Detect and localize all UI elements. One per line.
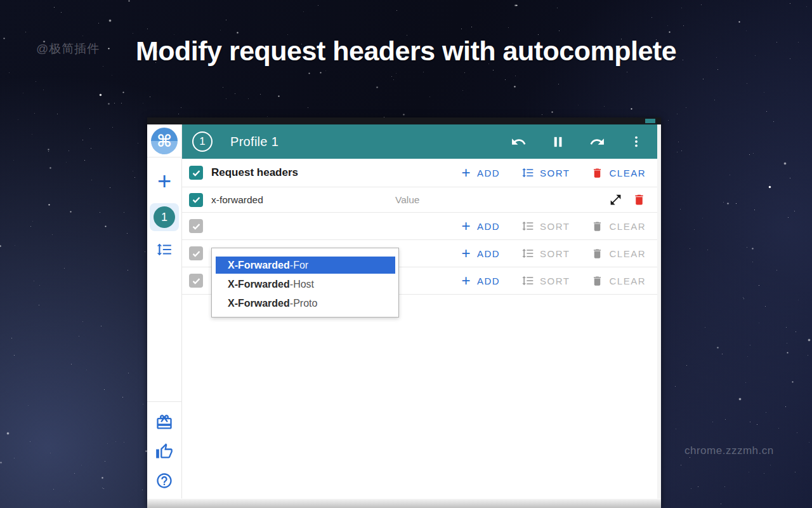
popup-top-notch (645, 119, 655, 123)
sidebar-item-profile-1[interactable]: 1 (150, 203, 179, 231)
trash-icon (591, 275, 603, 287)
header-entry-row (182, 187, 657, 213)
sort-icon (521, 166, 534, 179)
trash-icon (591, 248, 603, 260)
profile-header-bar: 1 Profile 1 (182, 124, 657, 159)
trash-icon (591, 167, 603, 179)
plus-icon: + (461, 167, 471, 178)
sort-button-disabled: SORT (521, 220, 570, 232)
filter-checkbox-1[interactable] (189, 219, 203, 233)
page-title: Modify request headers with autocomplete (0, 36, 812, 67)
request-headers-row: Request headers + ADD SORT (182, 159, 657, 187)
popup-bottom-edge (147, 498, 661, 508)
share-icon[interactable] (589, 134, 605, 150)
delete-entry-icon[interactable] (632, 193, 646, 206)
screenshot-stage: Modify request headers with autocomplete… (0, 0, 812, 508)
add-button[interactable]: + ADD (461, 220, 500, 232)
sort-button[interactable]: SORT (521, 166, 570, 179)
gift-icon[interactable] (155, 413, 173, 431)
popup-top-edge (147, 117, 661, 124)
expand-icon[interactable] (609, 193, 622, 206)
watermark-top-left: @极简插件 (36, 41, 100, 57)
starfield-big (0, 0, 1, 1)
plus-icon: + (461, 248, 471, 259)
sidebar: ⌘ + 1 (147, 124, 182, 498)
sort-profiles-icon[interactable] (156, 241, 173, 258)
profile-name[interactable]: Profile 1 (230, 135, 278, 149)
add-button[interactable]: + ADD (461, 275, 500, 286)
add-profile-button[interactable]: + (157, 170, 171, 192)
clear-button-disabled: CLEAR (591, 275, 646, 287)
modheader-popup: ⌘ + 1 (147, 117, 661, 508)
sort-icon (521, 220, 534, 232)
autocomplete-dropdown: X-Forwarded-For X-Forwarded-Host X-Forwa… (211, 248, 399, 318)
header-value-input[interactable] (395, 194, 573, 206)
plus-icon: + (461, 275, 471, 286)
section-title: Request headers (211, 166, 298, 179)
filter-row-1: + ADD SORT CLEAR (182, 213, 657, 240)
sort-button-disabled: SORT (521, 274, 570, 287)
clear-button-disabled: CLEAR (591, 220, 646, 232)
undo-icon[interactable] (511, 134, 527, 150)
profile-1-badge[interactable]: 1 (154, 206, 175, 228)
watermark-bottom-right: chrome.zzzmh.cn (684, 444, 774, 457)
clear-button-disabled: CLEAR (591, 248, 646, 260)
content-area: 1 Profile 1 (182, 124, 661, 498)
profile-number-badge: 1 (192, 131, 213, 152)
dropdown-option-x-forwarded-for[interactable]: X-Forwarded-For (216, 257, 395, 274)
help-icon[interactable] (155, 472, 173, 490)
add-button[interactable]: + ADD (461, 167, 500, 178)
sort-icon (521, 247, 534, 260)
request-headers-checkbox[interactable] (189, 166, 203, 180)
header-name-input[interactable] (211, 194, 395, 206)
filter-checkbox-2[interactable] (189, 246, 203, 260)
filter-checkbox-3[interactable] (189, 274, 203, 288)
sort-icon (521, 274, 534, 287)
logo-wrap: ⌘ (147, 124, 181, 157)
dropdown-option-x-forwarded-proto[interactable]: X-Forwarded-Proto (216, 295, 395, 312)
entry-checkbox[interactable] (189, 193, 203, 207)
clear-button[interactable]: CLEAR (591, 167, 646, 179)
plus-icon: + (461, 220, 471, 232)
add-button[interactable]: + ADD (461, 248, 500, 259)
more-vert-icon[interactable] (629, 135, 643, 149)
trash-icon (591, 220, 603, 232)
sort-button-disabled: SORT (521, 247, 570, 260)
command-logo-icon[interactable]: ⌘ (151, 128, 178, 154)
pause-icon[interactable] (551, 135, 565, 149)
thumbs-up-icon[interactable] (155, 443, 173, 460)
sidebar-divider (147, 401, 181, 402)
dropdown-option-x-forwarded-host[interactable]: X-Forwarded-Host (216, 276, 395, 293)
